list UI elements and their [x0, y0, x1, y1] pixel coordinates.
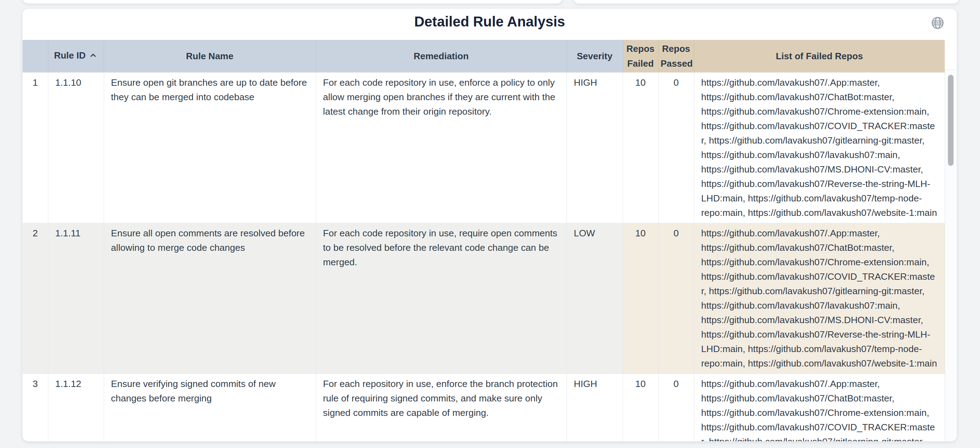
rule-id-cell: 1.1.12 — [48, 374, 104, 442]
severity-cell: HIGH — [566, 374, 623, 442]
column-header-rule-name[interactable]: Rule Name — [104, 40, 316, 73]
globe-icon — [931, 16, 945, 30]
rule-name-cell: Ensure open git branches are up to date … — [104, 73, 316, 223]
column-header-repos-failed[interactable]: Repos Failed — [623, 40, 658, 73]
vertical-scrollbar-thumb[interactable] — [948, 75, 953, 166]
failed-repos-list-cell: https://github.com/lavakush07/.App:maste… — [694, 73, 945, 223]
severity-cell: LOW — [566, 223, 623, 374]
repos-failed-cell: 10 — [623, 374, 658, 442]
row-index-cell: 1 — [22, 73, 48, 223]
column-header-remediation[interactable]: Remediation — [316, 40, 566, 73]
detailed-rule-analysis-card: Detailed Rule Analysis Rule ID — [22, 9, 957, 441]
rule-id-cell: 1.1.11 — [48, 223, 104, 374]
remediation-cell: For each code repository in use, enforce… — [316, 73, 566, 223]
table-row: 2 1.1.11 Ensure all open comments are re… — [22, 223, 945, 374]
repos-passed-cell: 0 — [658, 223, 694, 374]
rule-id-cell: 1.1.10 — [48, 73, 104, 223]
repos-failed-cell: 10 — [623, 223, 658, 374]
rule-name-cell: Ensure verifying signed commits of new c… — [104, 374, 316, 442]
row-index-cell: 3 — [22, 374, 48, 442]
rule-analysis-table: Rule ID Rule Name Remediation Severity R… — [22, 40, 945, 441]
severity-cell: HIGH — [566, 73, 623, 223]
table-row: 3 1.1.12 Ensure verifying signed commits… — [22, 374, 945, 442]
partial-card-above-right — [573, 0, 959, 3]
column-header-index — [22, 40, 48, 73]
repos-passed-cell: 0 — [658, 374, 694, 442]
table-row: 1 1.1.10 Ensure open git branches are up… — [22, 73, 945, 223]
header-row: Rule ID Rule Name Remediation Severity R… — [22, 40, 945, 73]
sort-ascending-icon — [89, 49, 98, 64]
failed-repos-list-cell: https://github.com/lavakush07/.App:maste… — [694, 374, 945, 442]
repos-failed-cell: 10 — [623, 73, 658, 223]
remediation-cell: For each code repository in use, require… — [316, 223, 566, 374]
column-header-rule-id[interactable]: Rule ID — [48, 40, 104, 73]
row-index-cell: 2 — [22, 223, 48, 374]
rule-name-cell: Ensure all open comments are resolved be… — [104, 223, 316, 374]
remediation-cell: For each repository in use, enforce the … — [316, 374, 566, 442]
table-header: Rule ID Rule Name Remediation Severity R… — [22, 40, 945, 73]
repos-passed-cell: 0 — [658, 73, 694, 223]
column-header-repos-passed[interactable]: Repos Passed — [658, 40, 694, 73]
failed-repos-list-cell: https://github.com/lavakush07/.App:maste… — [694, 223, 945, 374]
vertical-scrollbar-track[interactable] — [945, 70, 957, 441]
column-header-severity[interactable]: Severity — [566, 40, 623, 73]
page-title: Detailed Rule Analysis — [22, 14, 957, 30]
partial-card-above-left — [22, 0, 562, 3]
globe-button[interactable] — [931, 16, 945, 30]
column-header-rule-id-label: Rule ID — [54, 50, 86, 61]
column-header-list-of-failed-repos[interactable]: List of Failed Repos — [694, 40, 945, 73]
